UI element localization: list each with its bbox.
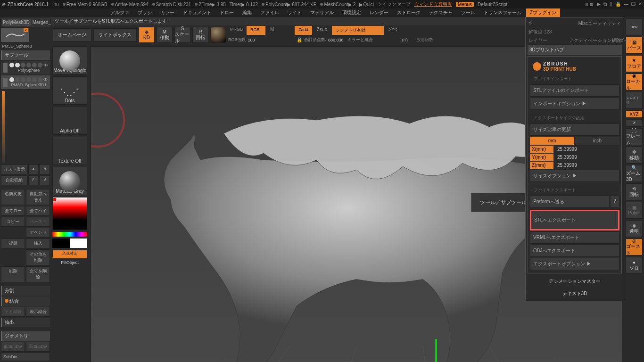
- rotate-view-button[interactable]: ⟲回転: [626, 183, 643, 200]
- zadd-button[interactable]: Zadd: [295, 26, 312, 35]
- split-header[interactable]: 分割: [1, 286, 50, 296]
- paste-button[interactable]: ペースト: [26, 217, 50, 227]
- eye-icon[interactable]: 👁: [43, 77, 48, 82]
- obj-export-button[interactable]: OBJへエクスポート: [530, 245, 619, 257]
- zsub-button[interactable]: Zsub: [314, 26, 330, 35]
- menu-render[interactable]: レンダー: [366, 8, 392, 17]
- swatch-row[interactable]: [52, 239, 87, 248]
- menu-light[interactable]: ライト: [284, 8, 305, 17]
- subtool-header[interactable]: サブツール: [1, 50, 50, 60]
- stl-import-button[interactable]: STLファイルのインポート: [530, 84, 619, 97]
- default-zscript[interactable]: DefaultZScript: [478, 2, 507, 7]
- arrow-up-icon[interactable]: ▲: [28, 165, 39, 174]
- delete-button[interactable]: 削除: [1, 266, 25, 282]
- subtool-sphere3d1[interactable]: 👁 PM3D_Sphere3D1: [1, 75, 50, 89]
- lock-icon[interactable]: 🔒: [297, 37, 302, 42]
- r-label[interactable]: (R): [402, 38, 408, 42]
- solo-button[interactable]: ●ソロ: [626, 257, 643, 274]
- lock-icon[interactable]: 🔒: [615, 1, 621, 7]
- menu-draw[interactable]: ドロー: [216, 8, 238, 17]
- merge-show-button[interactable]: 表示結合: [26, 307, 50, 317]
- tool-thumbnail[interactable]: 2: [1, 28, 29, 42]
- kd-button[interactable]: ✥KD: [139, 27, 155, 43]
- unit-inch-button[interactable]: inch: [575, 137, 619, 145]
- hue-bar[interactable]: [52, 232, 87, 237]
- frame-button[interactable]: ⛶フレーム: [626, 128, 643, 145]
- autosort-button[interactable]: 自動並べ替え: [26, 189, 50, 205]
- arrow-icon[interactable]: ↲: [40, 175, 50, 185]
- menu-edit[interactable]: 編集: [239, 8, 256, 17]
- text3d-item[interactable]: テキスト3D: [528, 288, 622, 299]
- color-picker[interactable]: [52, 197, 87, 230]
- copy-button[interactable]: コピー: [1, 217, 25, 227]
- rgb-intensity-value[interactable]: 100: [248, 38, 255, 42]
- menu-tool[interactable]: ツール: [457, 8, 479, 17]
- all-low-button[interactable]: 全てロー: [1, 206, 25, 216]
- restore-icon[interactable]: ❐: [631, 1, 636, 7]
- swap-button[interactable]: 入れ替え: [52, 250, 87, 258]
- transparent-button[interactable]: ◈透明: [626, 220, 643, 237]
- tab-merged[interactable]: Merged_PolySp: [32, 19, 51, 26]
- menu-material[interactable]: マテリアル: [306, 8, 338, 17]
- titlebar-icon[interactable]: ⧉: [603, 1, 607, 7]
- polyf-button[interactable]: ▦PolyF: [626, 202, 643, 219]
- stroke-slot-dots[interactable]: ⋱⋰Dots: [52, 76, 87, 105]
- y-axis-button[interactable]: >Y<: [386, 26, 400, 35]
- menu-color[interactable]: カラー: [157, 8, 178, 17]
- radial-label[interactable]: 放射回数: [416, 37, 433, 43]
- delete-other-button[interactable]: その他を削除: [26, 249, 50, 265]
- geometry-header[interactable]: ジオメトリ: [1, 331, 50, 341]
- arrow-right-icon[interactable]: ↱: [28, 175, 39, 185]
- menu-file[interactable]: ファイル: [256, 8, 283, 17]
- symmetry-button[interactable]: シンメトリ: [626, 92, 643, 109]
- subtool-polysphere[interactable]: 👁 PolySphere: [1, 61, 50, 74]
- move-view-button[interactable]: ✥移動: [626, 147, 643, 164]
- rotate-axis-button[interactable]: ⟳: [626, 119, 643, 127]
- close-icon[interactable]: ✕: [638, 1, 642, 7]
- unit-mm-button[interactable]: mm: [530, 137, 574, 145]
- menu-zplugin[interactable]: Zプラグイン: [526, 8, 560, 17]
- scale-mode-button[interactable]: Sスケール: [174, 27, 190, 43]
- menu-document[interactable]: ドキュメント: [179, 8, 215, 17]
- vertical-slider[interactable]: [2, 91, 5, 163]
- zoom3d-button[interactable]: 🔍ズーム3D: [626, 165, 643, 182]
- bpr-button[interactable]: BPR: [626, 18, 643, 35]
- menu-texture[interactable]: テクスチャ: [425, 8, 456, 17]
- menu-preferences[interactable]: 環境設定: [339, 8, 365, 17]
- help-button[interactable]: ?: [610, 196, 619, 208]
- rotate-mode-button[interactable]: R回転: [192, 27, 208, 43]
- misc-utility-item[interactable]: Miscユーティリティ: [578, 20, 621, 27]
- rename-button[interactable]: 名前変更: [1, 189, 25, 205]
- lightbox-button[interactable]: ライトボックス: [93, 28, 137, 41]
- subdiv-field[interactable]: SubDiv: [1, 353, 50, 361]
- dim-y[interactable]: Y(mm)25.39999: [530, 154, 619, 161]
- size-options-button[interactable]: サイズオプション ▶: [530, 170, 619, 182]
- duplicate-button[interactable]: 複製: [1, 239, 25, 248]
- stl-export-button[interactable]: STLへエクスポート: [530, 210, 619, 230]
- insert-button[interactable]: 挿入: [26, 239, 50, 248]
- print-hub-header[interactable]: 3Dプリントハブ: [528, 45, 622, 55]
- menu-alpha[interactable]: アルファ: [107, 8, 133, 17]
- floor-button[interactable]: ▼フロア: [626, 55, 643, 72]
- titlebar-icon[interactable]: ▶: [597, 1, 601, 7]
- preform-button[interactable]: Preformへ送る: [530, 196, 609, 208]
- ghost-button[interactable]: ◎ゴースト: [626, 239, 643, 255]
- menu-brush[interactable]: ブラシ: [134, 8, 156, 17]
- import-options-button[interactable]: インポートオプション ▶: [530, 98, 619, 110]
- eye-icon[interactable]: 👁: [43, 63, 48, 68]
- homepage-button[interactable]: ホームページ: [53, 28, 91, 41]
- all-high-button[interactable]: 全てハイ: [26, 206, 50, 216]
- m-button[interactable]: M: [267, 26, 277, 35]
- export-options-button[interactable]: エクスポートオプション ▶: [530, 258, 619, 270]
- window-trans-link[interactable]: ウィンドウ透明度: [414, 1, 452, 8]
- high-subdiv-button[interactable]: 高SubDiv: [26, 342, 50, 352]
- merge-down-button[interactable]: 下と結合: [1, 307, 25, 317]
- deactivate-item[interactable]: アクティベーション解除: [569, 37, 621, 44]
- size-update-button[interactable]: サイズ比率の更新: [530, 123, 619, 136]
- rgb-button[interactable]: RGB: [247, 26, 265, 35]
- quicksave-link[interactable]: クイックセーブ: [378, 1, 411, 8]
- decimation-item[interactable]: デシメーションマスター: [528, 274, 622, 288]
- texture-slot[interactable]: Texture Off: [52, 137, 87, 165]
- material-slot[interactable]: MatCap Gray: [52, 167, 87, 195]
- merge-header[interactable]: 結合: [1, 296, 50, 306]
